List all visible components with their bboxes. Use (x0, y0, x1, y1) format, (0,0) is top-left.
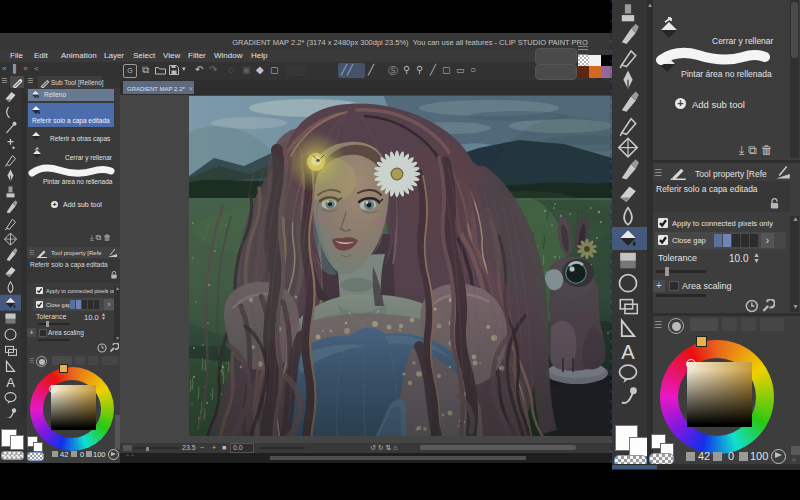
svg-text:A: A (6, 375, 15, 390)
svg-text:A: A (621, 341, 635, 363)
